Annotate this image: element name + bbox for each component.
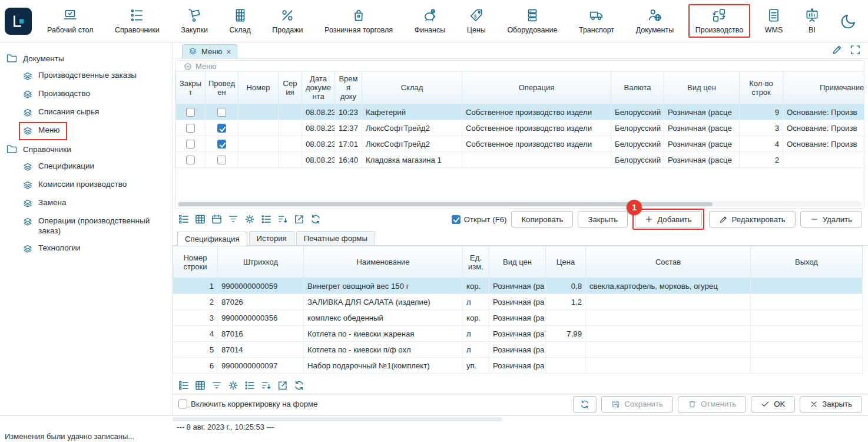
cell-currency[interactable]: Белорусский — [611, 104, 664, 120]
collapse-icon[interactable] — [184, 62, 192, 71]
cell-date[interactable]: 08.08.23 — [302, 136, 335, 152]
ordered-list-icon[interactable] — [244, 380, 255, 391]
cell-price-type[interactable]: Розничная (расце — [664, 120, 740, 136]
cell-barcode[interactable]: 9900000000059 — [218, 278, 304, 294]
col-price-type[interactable]: Вид цен — [489, 246, 546, 278]
doc-table-hscrollbar[interactable] — [177, 201, 862, 207]
list-view-icon[interactable] — [178, 380, 189, 391]
cell-barcode[interactable]: 9900000000356 — [218, 310, 304, 326]
cell-name[interactable]: Набор подарочный №1(комплект) — [304, 358, 463, 374]
cell-operation[interactable] — [462, 152, 611, 168]
nav-item-equipment[interactable]: Оборудование — [500, 4, 564, 38]
spec-row[interactable]: 1 9900000000059 Винегрет овощной вес 150… — [173, 278, 863, 294]
theme-toggle-button[interactable] — [836, 9, 861, 34]
cell-price-type[interactable]: Розничная (расце — [664, 136, 740, 152]
cell-line-count[interactable]: 3 — [740, 120, 783, 136]
col-output[interactable]: Выход — [751, 246, 863, 278]
closed-checkbox[interactable] — [186, 108, 195, 117]
filter-icon[interactable] — [211, 380, 222, 391]
col-price-type[interactable]: Вид цен — [664, 71, 740, 104]
col-currency[interactable]: Валюта — [611, 71, 664, 104]
cell-composition[interactable] — [586, 294, 751, 310]
nav-item-warehouse[interactable]: Склад — [223, 4, 258, 38]
cell-line-number[interactable]: 6 — [173, 358, 218, 374]
col-series[interactable]: Серия — [279, 71, 302, 104]
tab-print-forms[interactable]: Печатные формы — [296, 231, 375, 245]
grid-view-icon[interactable] — [195, 214, 206, 225]
delete-button[interactable]: Удалить — [800, 211, 862, 227]
spec-row[interactable]: 3 9900000000356 комплекс обеденный кор. … — [173, 310, 863, 326]
cell-note[interactable]: Основание: Произв — [783, 136, 864, 152]
sidebar-item-production-orders[interactable]: Производственные заказы — [19, 67, 144, 85]
nav-item-prices[interactable]: $ Цены — [460, 4, 493, 38]
doc-row[interactable]: 08.08.23 16:40 Кладовка магазина 1 Белор… — [176, 152, 864, 168]
cell-price[interactable] — [546, 342, 586, 358]
cell-note[interactable] — [783, 152, 864, 168]
nav-item-desktop[interactable]: Рабочий стол — [40, 4, 100, 38]
cell-number[interactable] — [238, 152, 279, 168]
cell-time[interactable]: 10:23 — [335, 104, 362, 120]
cell-name[interactable]: Котлета по - киевски п/ф охл — [304, 342, 463, 358]
tab-specification[interactable]: Спецификация — [177, 232, 247, 246]
cell-line-number[interactable]: 5 — [173, 342, 218, 358]
cell-name[interactable]: Винегрет овощной вес 150 г — [304, 278, 463, 294]
spec-row[interactable]: 6 9900000000097 Набор подарочный №1(комп… — [173, 358, 863, 374]
tab-menu[interactable]: Меню × — [182, 44, 237, 58]
col-line-number[interactable]: Номер строки — [173, 246, 218, 278]
cell-series[interactable] — [279, 152, 302, 168]
cell-currency[interactable]: Белорусский — [611, 152, 664, 168]
copy-button[interactable]: Копировать — [511, 211, 573, 227]
fullscreen-icon[interactable] — [850, 44, 861, 55]
col-unit[interactable]: Ед. изм. — [463, 246, 489, 278]
nav-item-purchases[interactable]: Закупки — [174, 4, 215, 38]
sidebar-item-menu[interactable]: Меню — [19, 122, 67, 140]
col-composition[interactable]: Состав — [586, 246, 751, 278]
cell-unit[interactable]: кор. — [463, 310, 489, 326]
sidebar-group-documents[interactable]: Документы — [6, 50, 172, 67]
sidebar-item-specifications[interactable]: Спецификации — [19, 158, 101, 176]
doc-row[interactable]: 08.08.23 10:23 Кафетерий Собственное про… — [176, 104, 864, 120]
cell-composition[interactable] — [586, 358, 751, 374]
nav-item-retail[interactable]: Розничная торговля — [317, 4, 400, 38]
col-closed[interactable]: Закрыт — [176, 71, 206, 104]
adjust-checkbox[interactable] — [178, 400, 187, 408]
cell-unit[interactable]: кор. — [463, 278, 489, 294]
cell-warehouse[interactable]: Кладовка магазина 1 — [362, 152, 462, 168]
list-view-icon[interactable] — [178, 214, 189, 225]
cell-output[interactable] — [751, 278, 863, 294]
add-button[interactable]: Добавить — [635, 211, 701, 227]
nav-item-bi[interactable]: BI — [797, 4, 827, 38]
cell-series[interactable] — [279, 136, 302, 152]
cell-output[interactable] — [751, 326, 863, 342]
cell-price[interactable]: 7,99 — [546, 326, 586, 342]
sidebar-item-raw-writeoffs[interactable]: Списания сырья — [19, 104, 106, 122]
cell-unit[interactable]: л — [463, 326, 489, 342]
nav-item-transport[interactable]: Транспорт — [572, 4, 621, 38]
refresh-form-button[interactable] — [573, 396, 597, 413]
spec-row[interactable]: 2 87026 ЗАЛИВКА ДЛЯ САЛАТА (изделие) л Р… — [173, 294, 863, 310]
cell-line-number[interactable]: 4 — [173, 326, 218, 342]
nav-item-directories[interactable]: Справочники — [108, 4, 167, 38]
cell-price-type[interactable]: Розничная (ра — [489, 342, 546, 358]
closed-checkbox[interactable] — [186, 140, 195, 149]
cell-line-count[interactable]: 4 — [740, 136, 783, 152]
save-button[interactable]: Сохранить — [601, 396, 673, 413]
cell-date[interactable]: 08.08.23 — [302, 120, 335, 136]
filter-icon[interactable] — [228, 214, 238, 225]
gear-icon[interactable] — [228, 380, 238, 391]
cell-series[interactable] — [279, 104, 302, 120]
export-icon[interactable] — [294, 214, 304, 225]
cell-note[interactable]: Основание: Произв — [783, 104, 864, 120]
sort-icon[interactable] — [261, 380, 271, 391]
cell-output[interactable] — [751, 310, 863, 326]
posted-checkbox[interactable] — [217, 108, 226, 117]
close-document-button[interactable]: Закрыть — [578, 211, 628, 227]
cell-currency[interactable]: Белорусский — [611, 136, 664, 152]
nav-item-documents[interactable]: Документы — [629, 4, 681, 38]
cell-line-number[interactable]: 1 — [173, 278, 218, 294]
cell-price[interactable] — [546, 358, 586, 374]
cell-time[interactable]: 12:37 — [335, 120, 362, 136]
open-checkbox[interactable] — [452, 215, 460, 224]
cell-unit[interactable]: л — [463, 342, 489, 358]
cell-operation[interactable]: Собственное производство издели — [462, 104, 611, 120]
